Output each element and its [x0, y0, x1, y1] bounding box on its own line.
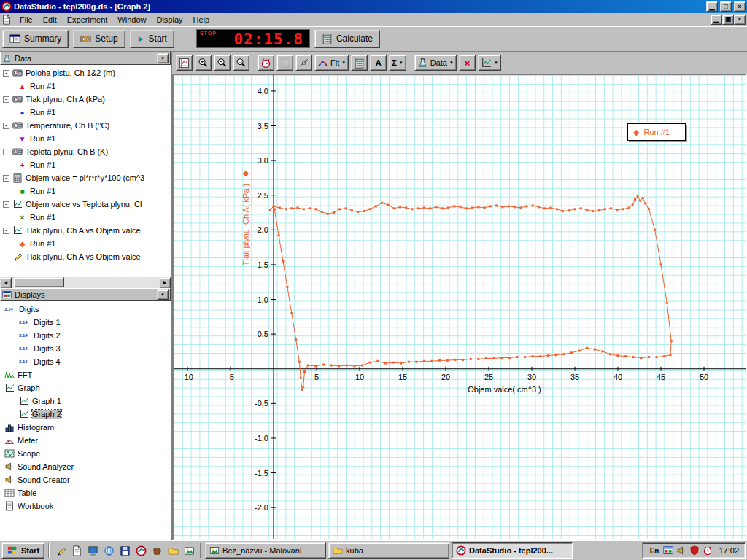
- child-minimize-button[interactable]: ▁: [711, 15, 722, 25]
- tray-scheduler-icon[interactable]: [703, 545, 713, 556]
- data-run-row[interactable]: +Run #1: [0, 158, 171, 171]
- slope-tool-button[interactable]: [295, 55, 312, 71]
- quicklaunch-disk-icon[interactable]: [117, 543, 132, 558]
- data-channel-row[interactable]: -Tlak plynu, Ch A vs Objem valce: [0, 224, 171, 237]
- display-item-row[interactable]: 3.14Digits 2: [0, 329, 171, 342]
- tree-collapse-icon[interactable]: -: [3, 96, 9, 103]
- child-close-button[interactable]: ×: [734, 15, 746, 25]
- tray-antivirus-icon[interactable]: [689, 545, 700, 556]
- data-run-row[interactable]: ◆Run #1: [0, 237, 171, 250]
- child-restore-button[interactable]: ▣: [722, 15, 734, 25]
- data-channel-row[interactable]: -Objem valce vs Teplota plynu, Cl: [0, 198, 171, 211]
- data-run-row[interactable]: ▲Run #1: [0, 79, 171, 93]
- scale-to-fit-button[interactable]: [176, 55, 193, 71]
- tree-collapse-icon[interactable]: -: [3, 122, 9, 129]
- data-run-row[interactable]: ▼Run #1: [0, 132, 171, 145]
- data-run-row[interactable]: ■Run #1: [0, 184, 171, 198]
- display-item-row[interactable]: Graph 1: [0, 394, 171, 408]
- fit-dropdown-button[interactable]: Fit ▼: [314, 55, 349, 71]
- display-item-row[interactable]: Scope: [0, 447, 171, 460]
- plot-area[interactable]: -10-551015202530354045504,03,53,02,52,01…: [172, 74, 747, 540]
- taskbar-task-3[interactable]: DataStudio - tepl200...: [452, 542, 573, 559]
- display-item-row[interactable]: Meter: [0, 434, 171, 447]
- display-item-row[interactable]: Graph: [0, 381, 171, 394]
- data-channel-row[interactable]: -Poloha pistu, Ch 1&2 (m): [0, 66, 171, 79]
- chart[interactable]: -10-551015202530354045504,03,53,02,52,01…: [174, 75, 746, 539]
- calculator-tool-button[interactable]: [351, 55, 368, 71]
- legend[interactable]: ◆ Run #1: [627, 123, 686, 141]
- data-channel-row[interactable]: Tlak plynu, Ch A vs Objem valce: [0, 250, 171, 263]
- scrollbar-track[interactable]: [12, 277, 159, 288]
- quicklaunch-show-desktop-icon[interactable]: [85, 543, 100, 558]
- tree-collapse-icon[interactable]: -: [3, 70, 9, 77]
- display-item-row[interactable]: Sound Analyzer: [0, 460, 171, 473]
- quicklaunch-java-icon[interactable]: [150, 543, 164, 558]
- scrollbar-thumb[interactable]: [13, 277, 64, 287]
- scroll-right-button[interactable]: ►: [159, 277, 171, 289]
- graph-settings-button[interactable]: ▼: [478, 55, 501, 71]
- quicklaunch-document-icon[interactable]: [69, 543, 84, 558]
- display-item-row[interactable]: 3.14Digits 4: [0, 355, 171, 368]
- display-item-row[interactable]: Sound Creator: [0, 473, 171, 486]
- display-item-row[interactable]: Table: [0, 486, 171, 499]
- calculate-button[interactable]: Calculate: [314, 30, 380, 48]
- tray-display-icon[interactable]: [663, 545, 673, 556]
- quicklaunch-paint-icon[interactable]: [182, 543, 196, 558]
- tray-volume-icon[interactable]: [676, 545, 686, 556]
- display-item-row[interactable]: FFT: [0, 368, 171, 381]
- menu-help[interactable]: Help: [188, 14, 215, 26]
- alarm-button[interactable]: [258, 55, 274, 71]
- tree-collapse-icon[interactable]: -: [3, 228, 9, 234]
- minimize-button[interactable]: ▁: [706, 1, 718, 12]
- menu-display[interactable]: Display: [151, 14, 187, 26]
- quicklaunch-pen-icon[interactable]: [53, 543, 68, 558]
- y-axis-title[interactable]: Tlak plynu, Ch A( kPa ): [241, 184, 250, 266]
- start-button-toolbar[interactable]: ► Start: [130, 30, 174, 48]
- data-point: [525, 205, 527, 207]
- zoom-select-button[interactable]: [233, 55, 249, 71]
- displays-panel-dropdown-button[interactable]: ▼: [157, 289, 169, 300]
- remove-data-button[interactable]: ×: [459, 55, 476, 71]
- menu-edit[interactable]: Edit: [38, 14, 62, 26]
- quicklaunch-folder-icon[interactable]: [166, 543, 180, 558]
- display-item-row[interactable]: 3.14Digits 3: [0, 342, 171, 355]
- quicklaunch-browser-icon[interactable]: [101, 543, 116, 558]
- data-run-row[interactable]: ×Run #1: [0, 211, 171, 224]
- summary-button[interactable]: Summary: [2, 30, 69, 48]
- minimize-icon: ▁: [710, 3, 715, 10]
- display-item-row[interactable]: Histogram: [0, 421, 171, 434]
- display-item-row[interactable]: 3.14Digits: [0, 303, 171, 316]
- zoom-out-button[interactable]: [214, 55, 231, 71]
- data-run-row[interactable]: ●Run #1: [0, 106, 171, 119]
- menu-window[interactable]: Window: [112, 14, 151, 26]
- taskbar-task-2[interactable]: kuba: [328, 542, 449, 559]
- maximize-button[interactable]: □: [720, 1, 732, 12]
- data-channel-row[interactable]: -Objem valce = pi*r*r*y*100 (cm^3: [0, 171, 171, 184]
- data-channel-row[interactable]: -Tlak plynu, Ch A (kPa): [0, 93, 171, 106]
- start-button[interactable]: Start: [1, 542, 44, 559]
- zoom-in-button[interactable]: [195, 55, 212, 71]
- taskbar-task-1[interactable]: Bez_názvu - Malování: [205, 542, 326, 559]
- text-annotation-button[interactable]: A: [370, 55, 387, 71]
- menu-experiment[interactable]: Experiment: [62, 14, 113, 26]
- smart-tool-button[interactable]: [276, 55, 293, 71]
- setup-button[interactable]: Setup: [73, 30, 125, 48]
- tree-collapse-icon[interactable]: -: [3, 201, 9, 208]
- x-axis-title[interactable]: Objem valce( cm^3 ): [452, 385, 557, 394]
- scroll-left-button[interactable]: ◄: [0, 277, 12, 289]
- quicklaunch-datastudio-icon[interactable]: [133, 543, 148, 558]
- close-button[interactable]: ×: [734, 1, 746, 12]
- tree-collapse-icon[interactable]: -: [3, 149, 9, 155]
- menu-file[interactable]: File: [15, 14, 38, 26]
- tree-collapse-icon[interactable]: -: [3, 175, 9, 182]
- data-tree-hscrollbar[interactable]: ◄ ►: [0, 276, 171, 288]
- data-channel-row[interactable]: -Temperature, Ch B (°C): [0, 119, 171, 132]
- data-panel-dropdown-button[interactable]: ▼: [157, 53, 169, 63]
- data-dropdown-button[interactable]: Data ▼: [414, 55, 457, 71]
- data-channel-row[interactable]: -Teplota plynu, Ch B (K): [0, 145, 171, 158]
- display-item-row[interactable]: 3.14Digits 1: [0, 316, 171, 329]
- display-item-row[interactable]: Graph 2: [0, 408, 171, 421]
- display-item-row[interactable]: Workbook: [0, 499, 171, 513]
- tray-language-indicator[interactable]: En: [649, 547, 661, 555]
- statistics-dropdown-button[interactable]: Σ ▼: [389, 55, 406, 71]
